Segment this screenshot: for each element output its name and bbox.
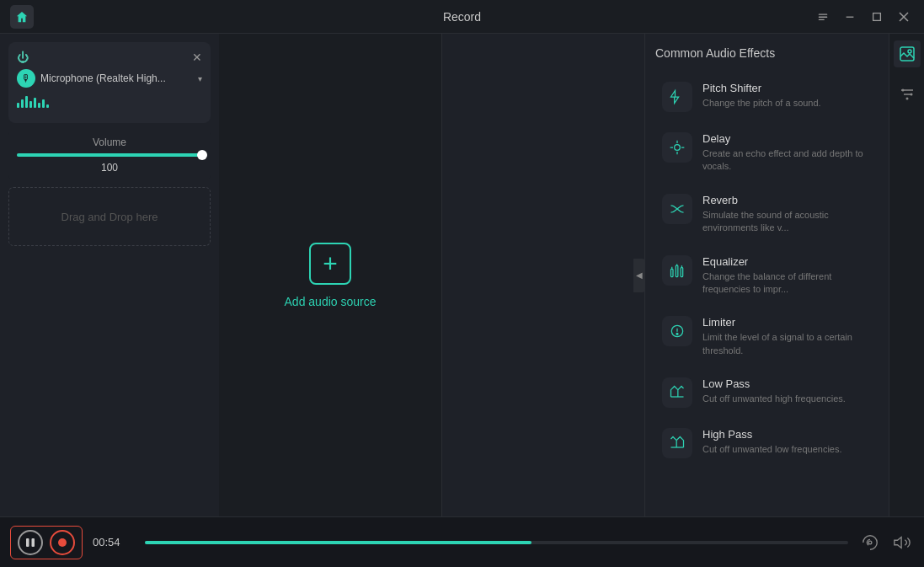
volume-icon[interactable] [890,531,914,554]
minimize-button[interactable] [840,7,860,27]
device-card-header: ⏻ ✕ [17,51,202,64]
effect-icon-delay [662,132,692,163]
volume-slider[interactable] [17,153,202,157]
center-right-panel [442,34,644,516]
chevron-left-icon: ◀ [636,270,643,280]
device-name-label: Microphone (Realtek High... [40,72,193,84]
left-panel: ⏻ ✕ 🎙 Microphone (Realtek High... ▾ [0,34,219,516]
microphone-icon: 🎙 [17,69,35,88]
device-dropdown-arrow[interactable]: ▾ [198,74,202,83]
effect-icon-low-pass [662,377,692,408]
device-name-row: 🎙 Microphone (Realtek High... ▾ [17,69,202,88]
right-panel-title: Common Audio Effects [655,46,879,60]
plus-icon: + [323,251,338,276]
titlebar: Record [0,0,924,34]
record-button[interactable] [50,530,75,555]
effect-item-low-pass[interactable]: Low Pass Cut off unwanted high frequenci… [655,369,879,416]
effect-desc-pitch-shifter: Change the pitch of a sound. [702,97,872,110]
transport-controls [10,526,83,559]
effect-desc-delay: Create an echo effect and add depth to v… [702,147,872,174]
device-card: ⏻ ✕ 🎙 Microphone (Realtek High... ▾ [8,42,211,123]
time-display: 00:54 [93,536,135,548]
drag-drop-zone[interactable]: Drag and Drop here [8,187,211,246]
effect-desc-limiter: Limit the level of a signal to a certain… [702,331,872,357]
waveform-display [17,94,202,108]
svg-point-8 [675,145,681,151]
effect-desc-equalizer: Change the balance of different frequenc… [702,270,872,297]
titlebar-title: Record [443,10,481,24]
titlebar-controls [813,7,914,27]
titlebar-left [10,5,34,29]
volume-value: 100 [17,162,202,174]
progress-track[interactable] [145,541,848,544]
effect-icon-high-pass [662,428,692,458]
filter-icon[interactable] [894,81,921,108]
effect-item-limiter[interactable]: Limiter Limit the level of a signal to a… [655,308,879,366]
svg-marker-31 [895,537,901,548]
svg-point-24 [901,89,904,92]
ear-icon[interactable] [858,531,882,554]
menu-button[interactable] [813,7,833,27]
bottom-right-icons [858,531,914,554]
effect-name-delay: Delay [702,132,872,145]
add-source-label: Add audio source [285,295,377,308]
svg-rect-10 [676,265,678,276]
effect-item-high-pass[interactable]: High Pass Cut off unwanted low frequenci… [655,420,879,467]
svg-point-26 [905,98,908,100]
effect-desc-low-pass: Cut off unwanted high frequencies. [702,393,872,405]
add-audio-source-button[interactable]: + Add audio source [285,243,377,308]
svg-point-29 [58,538,67,547]
volume-section: Volume 100 [8,130,211,180]
pause-button[interactable] [18,530,43,555]
effect-icon-limiter [662,316,692,346]
effect-name-equalizer: Equalizer [702,255,872,268]
collapse-panel-button[interactable]: ◀ [633,259,645,292]
volume-thumb[interactable] [197,150,207,160]
svg-point-25 [910,94,912,96]
svg-rect-1 [819,16,828,17]
add-source-icon: + [309,243,351,285]
effects-list: Pitch Shifter Change the pitch of a soun… [655,73,879,467]
svg-point-20 [908,50,911,53]
effect-name-low-pass: Low Pass [702,377,872,390]
close-button[interactable] [894,7,914,27]
effect-name-limiter: Limiter [702,316,872,329]
main-area: ⏻ ✕ 🎙 Microphone (Realtek High... ▾ [0,34,924,516]
effect-desc-reverb: Simulate the sound of acoustic environme… [702,209,872,235]
right-panel: Common Audio Effects Pitch Shifter Chang… [644,34,889,516]
image-view-icon[interactable] [894,40,921,67]
svg-point-16 [676,334,678,335]
effect-item-delay[interactable]: Delay Create an echo effect and add dept… [655,124,879,182]
maximize-button[interactable] [867,7,887,27]
svg-rect-0 [819,13,828,14]
right-edge-toolbar [889,34,924,516]
effect-icon-equalizer [662,255,692,286]
svg-rect-4 [873,13,881,20]
effect-item-equalizer[interactable]: Equalizer Change the balance of differen… [655,247,879,305]
svg-point-30 [868,541,872,544]
volume-label: Volume [17,136,202,148]
center-area: + Add audio source ◀ [219,34,644,516]
effect-item-reverb[interactable]: Reverb Simulate the sound of acoustic en… [655,185,879,243]
effect-desc-high-pass: Cut off unwanted low frequencies. [702,443,872,456]
svg-rect-11 [681,267,683,276]
effect-item-pitch-shifter[interactable]: Pitch Shifter Change the pitch of a soun… [655,73,879,120]
svg-rect-27 [26,538,29,547]
progress-fill [145,541,531,544]
effect-icon-pitch-shifter [662,82,692,112]
effect-name-pitch-shifter: Pitch Shifter [702,82,872,94]
center-left-panel: + Add audio source ◀ [219,34,442,516]
bottom-bar: 00:54 [0,516,924,567]
effect-name-reverb: Reverb [702,194,872,206]
effect-name-high-pass: High Pass [702,428,872,441]
svg-rect-2 [819,19,825,19]
drag-drop-label: Drag and Drop here [61,211,158,223]
home-button[interactable] [10,5,34,29]
power-icon[interactable]: ⏻ [17,51,29,64]
effect-icon-reverb [662,194,692,224]
volume-fill [17,153,202,157]
svg-rect-3 [847,16,854,17]
svg-rect-28 [32,538,35,547]
svg-rect-9 [671,269,674,276]
device-close-button[interactable]: ✕ [192,51,202,64]
